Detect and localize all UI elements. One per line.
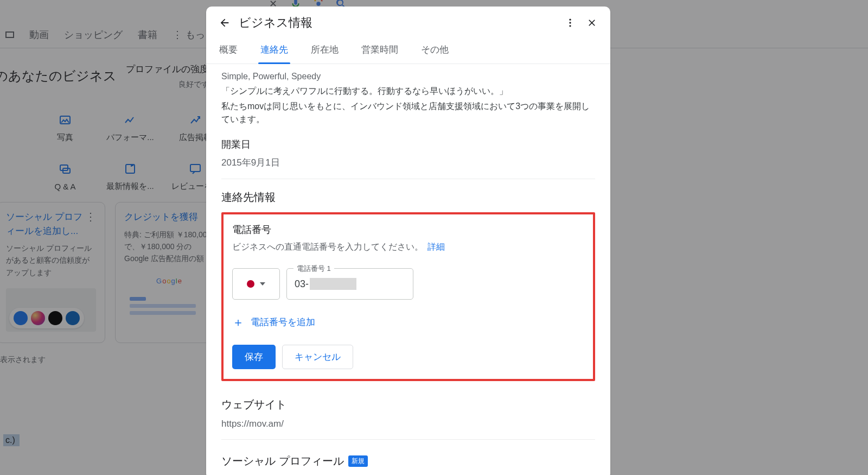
- description-line-2: 私たちmovは同じ思いをもとに、インバウンド領域と店舗支援領域において3つの事業…: [221, 100, 595, 126]
- phone-redacted: [310, 278, 356, 290]
- business-info-dialog: ビジネス情報 概要 連絡先 所在地 営業時間 その他 Simple, Power…: [206, 7, 610, 475]
- phone-value: 03-: [295, 278, 356, 290]
- website-title: ウェブサイト: [221, 397, 595, 412]
- country-select[interactable]: [232, 268, 280, 300]
- dialog-title: ビジネス情報: [239, 15, 559, 31]
- phone-field-label: 電話番号 1: [293, 264, 334, 274]
- phone-title: 電話番号: [232, 223, 584, 236]
- description-line-1: 「シンプルに考えパワフルに行動する。行動するなら早いほうがいい。」: [221, 85, 595, 98]
- close-button[interactable]: [581, 12, 603, 34]
- tab-location[interactable]: 所在地: [310, 37, 340, 64]
- add-phone-button[interactable]: ＋ 電話番号を追加: [232, 316, 584, 328]
- tab-contact[interactable]: 連絡先: [259, 37, 289, 64]
- overflow-menu-button[interactable]: [559, 12, 581, 34]
- tab-hours[interactable]: 営業時間: [360, 37, 399, 64]
- dialog-header: ビジネス情報: [206, 7, 610, 37]
- badge-new: 新規: [348, 455, 368, 467]
- svg-point-8: [569, 25, 571, 27]
- phone-input-row: 電話番号 1 03-: [232, 268, 584, 300]
- tab-overview[interactable]: 概要: [218, 37, 239, 64]
- phone-buttons: 保存 キャンセル: [232, 345, 584, 369]
- phone-detail-link[interactable]: 詳細: [427, 242, 445, 251]
- phone-section-highlight: 電話番号 ビジネスへの直通電話番号を入力してください。 詳細 電話番号 1 03…: [221, 212, 595, 381]
- back-button[interactable]: [214, 12, 235, 34]
- slogan-text: Simple, Powerful, Speedy: [221, 70, 595, 83]
- cancel-button[interactable]: キャンセル: [282, 345, 353, 369]
- dialog-body[interactable]: Simple, Powerful, Speedy 「シンプルに考えパワフルに行動…: [206, 64, 610, 475]
- open-date-value: 2015年9月1日: [221, 156, 595, 169]
- contact-heading: 連絡先情報: [221, 190, 595, 205]
- chevron-down-icon: [260, 282, 265, 286]
- svg-point-7: [569, 22, 571, 23]
- flag-jp-icon: [247, 280, 254, 288]
- divider: [221, 179, 595, 179]
- tab-other[interactable]: その他: [420, 37, 450, 64]
- phone-input[interactable]: 電話番号 1 03-: [286, 268, 413, 300]
- divider: [221, 439, 595, 440]
- open-date-label: 開業日: [221, 138, 595, 151]
- dialog-tabs: 概要 連絡先 所在地 営業時間 その他: [206, 37, 610, 64]
- website-value: https://mov.am/: [221, 419, 595, 429]
- phone-subtitle: ビジネスへの直通電話番号を入力してください。 詳細: [232, 242, 584, 253]
- plus-icon: ＋: [232, 316, 244, 328]
- svg-point-6: [569, 19, 571, 21]
- social-profile-title: ソーシャル プロフィール 新規: [221, 454, 595, 468]
- save-button[interactable]: 保存: [232, 345, 276, 369]
